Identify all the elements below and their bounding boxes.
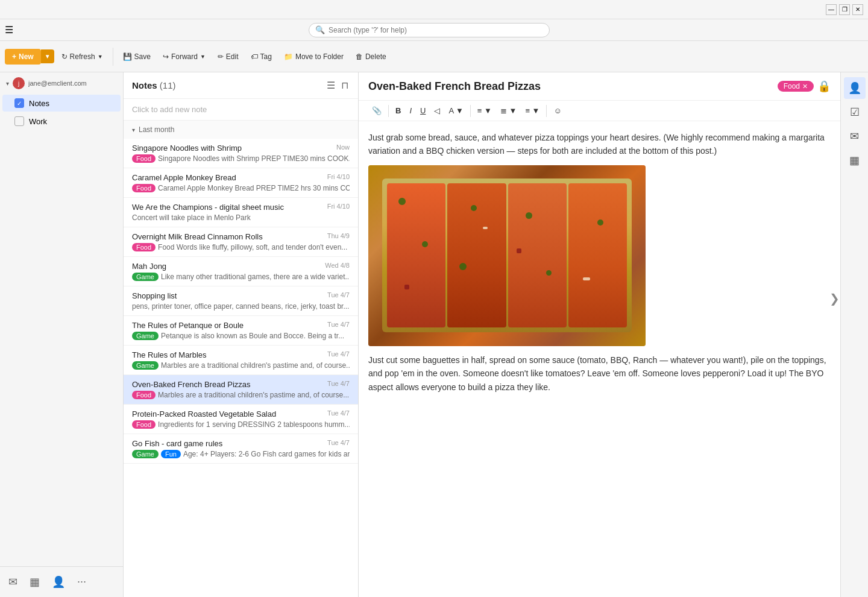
sidebar-label-notes: Notes xyxy=(29,99,49,108)
notes-list-header: Notes (11) ☰ ⊓ xyxy=(124,72,358,99)
note-title: We Are the Champions - digital sheet mus… xyxy=(132,203,284,212)
delete-button[interactable]: 🗑 Delete xyxy=(351,49,391,64)
contacts-nav-icon[interactable]: 👤 xyxy=(49,573,68,591)
new-dropdown-button[interactable]: ▼ xyxy=(41,49,54,63)
note-date: Tue 4/7 xyxy=(327,350,350,358)
sidebar-item-notes[interactable]: ✓ Notes xyxy=(2,95,121,112)
emoji-button[interactable]: ☺ xyxy=(550,104,565,117)
list-button-2[interactable]: ≣ ▼ xyxy=(497,104,520,117)
folder-icon: 📁 xyxy=(284,52,293,61)
note-title: Oven-Baked French Bread Pizzas xyxy=(132,380,251,389)
note-date: Fri 4/10 xyxy=(327,203,350,210)
chevron-down-icon: ▾ xyxy=(6,80,9,87)
tag-icon: 🏷 xyxy=(251,52,258,61)
note-item-singapore[interactable]: Singapore Noodles with Shrimp Now Food S… xyxy=(124,139,358,168)
note-item-mahjong[interactable]: Mah Jong Wed 4/8 Game Like many other tr… xyxy=(124,257,358,286)
pizza-slice-1 xyxy=(387,183,445,327)
note-pizza-image xyxy=(368,165,646,346)
tag-button[interactable]: 🏷 Tag xyxy=(246,49,277,64)
top-toolbar: ☰ 🔍 xyxy=(0,19,868,41)
note-item-gofish[interactable]: Go Fish - card game rules Tue 4/7 Game F… xyxy=(124,434,358,464)
more-nav-icon[interactable]: ··· xyxy=(75,573,89,591)
sidebar: ▾ j jane@emclient.com ✓ Notes Work ✉ ▦ 👤… xyxy=(0,72,124,597)
month-group-header: ▾ Last month xyxy=(124,121,358,139)
note-item-milkbread[interactable]: Overnight Milk Bread Cinnamon Rolls Thu … xyxy=(124,227,358,257)
pizza-visual xyxy=(368,165,646,346)
note-detail-panel: Oven-Baked French Bread Pizzas Food ✕ 🔒 … xyxy=(359,72,840,597)
right-panel: 👤 ☑ ✉ ▦ xyxy=(840,72,868,597)
pizza-tray xyxy=(382,178,632,332)
tag-food-badge: Food xyxy=(132,391,156,399)
right-panel-contacts-button[interactable]: 👤 xyxy=(844,77,866,99)
sidebar-account[interactable]: ▾ j jane@emclient.com xyxy=(0,72,123,94)
title-bar: — ❐ ✕ xyxy=(0,0,868,19)
note-date: Thu 4/9 xyxy=(327,232,350,239)
format-sep-1 xyxy=(388,105,389,117)
note-title: Singapore Noodles with Shrimp xyxy=(132,144,242,153)
note-item-frenchbread[interactable]: Oven-Baked French Bread Pizzas Tue 4/7 F… xyxy=(124,375,358,405)
list-button-1[interactable]: ≡ ▼ xyxy=(474,104,495,117)
forward-button[interactable]: ↪ Forward ▼ xyxy=(158,49,210,64)
font-color-button[interactable]: A ▼ xyxy=(445,104,467,117)
mail-nav-icon[interactable]: ✉ xyxy=(6,573,20,591)
tag-food-badge: Food xyxy=(132,420,156,429)
back-chevron-button[interactable]: ❯ xyxy=(829,291,840,306)
edit-icon: ✏ xyxy=(218,52,224,61)
right-panel-mail-button[interactable]: ✉ xyxy=(844,125,866,147)
italic-button[interactable]: I xyxy=(406,104,415,117)
note-preview: Food Ingredients for 1 serving DRESSING … xyxy=(132,420,350,429)
menu-icon[interactable]: ☰ xyxy=(5,24,13,36)
note-item-caramel[interactable]: Caramel Apple Monkey Bread Fri 4/10 Food… xyxy=(124,168,358,198)
save-button[interactable]: 💾 Save xyxy=(118,49,156,64)
bold-button[interactable]: B xyxy=(392,104,404,117)
edit-button[interactable]: ✏ Edit xyxy=(213,49,244,64)
underline-button[interactable]: U xyxy=(417,104,429,117)
note-body-paragraph-2: Just cut some baguettes in half, spread … xyxy=(368,353,831,394)
refresh-dropdown-icon: ▼ xyxy=(98,54,103,60)
restore-button[interactable]: ❐ xyxy=(839,4,850,15)
note-date: Tue 4/7 xyxy=(327,409,350,417)
note-tag-food: Food ✕ xyxy=(778,81,814,92)
calendar-nav-icon[interactable]: ▦ xyxy=(27,573,42,591)
new-button[interactable]: + New xyxy=(5,49,41,65)
note-date: Now xyxy=(336,144,350,151)
notes-list-panel: Notes (11) ☰ ⊓ Click to add new note ▾ L… xyxy=(124,72,359,597)
minimize-button[interactable]: — xyxy=(826,4,837,15)
note-body-paragraph-1: Just grab some bread, sauce, and whateve… xyxy=(368,131,831,158)
work-checkbox[interactable] xyxy=(14,116,24,126)
account-name: jane@emclient.com xyxy=(28,80,87,87)
search-input[interactable] xyxy=(329,26,543,34)
ribbon-separator-1 xyxy=(113,48,113,66)
note-title: Overnight Milk Bread Cinnamon Rolls xyxy=(132,232,263,241)
note-date: Tue 4/7 xyxy=(327,321,350,328)
note-item-marbles[interactable]: The Rules of Marbles Tue 4/7 Game Marble… xyxy=(124,346,358,375)
notes-list-title: Notes (11) xyxy=(132,80,176,90)
note-detail-tags: Food ✕ 🔒 xyxy=(778,80,831,93)
format-toolbar: 📎 B I U ◁ A ▼ ≡ ▼ ≣ ▼ ≡ ▼ ☺ xyxy=(359,101,840,121)
notes-filter-button[interactable]: ⊓ xyxy=(340,78,350,92)
attach-button[interactable]: 📎 xyxy=(368,104,385,117)
note-title: The Rules of Petanque or Boule xyxy=(132,321,244,330)
move-folder-button[interactable]: 📁 Move to Folder xyxy=(279,49,348,64)
note-item-petanque[interactable]: The Rules of Petanque or Boule Tue 4/7 G… xyxy=(124,316,358,346)
align-button[interactable]: ≡ ▼ xyxy=(521,104,543,117)
tag-close-button[interactable]: ✕ xyxy=(802,83,808,90)
note-preview: Game Petanque is also known as Boule and… xyxy=(132,332,350,340)
note-item-vegetable-salad[interactable]: Protein-Packed Roasted Vegetable Salad T… xyxy=(124,405,358,434)
add-note-row[interactable]: Click to add new note xyxy=(124,99,358,121)
close-button[interactable]: ✕ xyxy=(852,4,863,15)
note-item-shopping[interactable]: Shopping list Tue 4/7 pens, printer tone… xyxy=(124,286,358,316)
note-preview: Food Singapore Noodles with Shrimp PREP … xyxy=(132,154,350,163)
note-item-champions[interactable]: We Are the Champions - digital sheet mus… xyxy=(124,198,358,227)
note-security-icon[interactable]: 🔒 xyxy=(817,80,831,93)
notes-view-toggle-button[interactable]: ☰ xyxy=(326,78,336,92)
month-collapse-icon[interactable]: ▾ xyxy=(132,127,135,133)
search-bar[interactable]: 🔍 xyxy=(309,23,550,37)
erase-format-button[interactable]: ◁ xyxy=(430,104,444,117)
refresh-button[interactable]: ↻ Refresh ▼ xyxy=(57,49,108,64)
notes-checkbox[interactable]: ✓ xyxy=(14,98,24,108)
right-panel-tasks-button[interactable]: ☑ xyxy=(844,101,866,123)
note-title: Shopping list xyxy=(132,291,177,300)
sidebar-item-work[interactable]: Work xyxy=(2,113,121,130)
right-panel-calendar-button[interactable]: ▦ xyxy=(844,150,866,171)
